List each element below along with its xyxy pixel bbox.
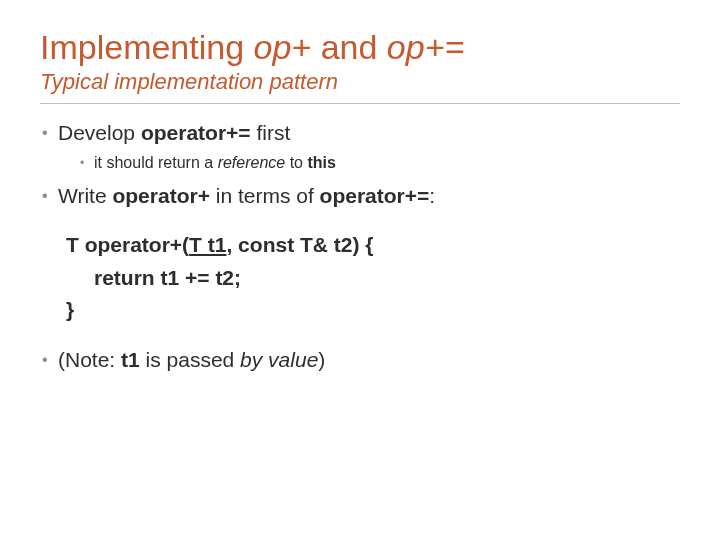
bullet-list-2: (Note: t1 is passed by value) <box>40 345 680 375</box>
b2-bold1: operator+ <box>112 184 209 207</box>
b2-bold2: operator+= <box>320 184 430 207</box>
sub-bullet-list-1: it should return a reference to this <box>80 152 680 174</box>
code-line-2: return t1 += t2; <box>66 262 680 295</box>
code-l1-post: , const T& t2) { <box>226 233 373 256</box>
b1-bold: operator+= <box>141 121 251 144</box>
b1a-pre: it should return a <box>94 154 218 171</box>
slide: Implementing op+ and op+= Typical implem… <box>0 0 720 540</box>
bullet-2: Write operator+ in terms of operator+=: <box>40 181 680 211</box>
b1-post: first <box>251 121 291 144</box>
code-line-3: } <box>66 294 680 327</box>
bullet-1: Develop operator+= first it should retur… <box>40 118 680 175</box>
b2-post: : <box>429 184 435 207</box>
b1-pre: Develop <box>58 121 141 144</box>
title-text-mid: and <box>311 28 387 66</box>
divider <box>40 103 680 104</box>
bullet-3: (Note: t1 is passed by value) <box>40 345 680 375</box>
slide-title: Implementing op+ and op+= <box>40 28 680 67</box>
code-line-1: T operator+(T t1, const T& t2) { <box>66 229 680 262</box>
b1a-mid: to <box>285 154 307 171</box>
b2-pre: Write <box>58 184 112 207</box>
b3-bold: t1 <box>121 348 140 371</box>
b3-post: ) <box>318 348 325 371</box>
b3-mid: is passed <box>140 348 240 371</box>
b3-italic: by value <box>240 348 318 371</box>
title-text-pre: Implementing <box>40 28 254 66</box>
code-l1-pre: T operator+( <box>66 233 189 256</box>
title-em2: op+= <box>387 28 465 66</box>
code-block: T operator+(T t1, const T& t2) { return … <box>66 229 680 327</box>
slide-subtitle: Typical implementation pattern <box>40 69 680 95</box>
b2-mid: in terms of <box>210 184 320 207</box>
b3-pre: (Note: <box>58 348 121 371</box>
b1a-italic: reference <box>218 154 286 171</box>
b1a-bold: this <box>307 154 335 171</box>
bullet-list: Develop operator+= first it should retur… <box>40 118 680 211</box>
title-em1: op+ <box>254 28 312 66</box>
code-l1-underline: T t1 <box>189 233 226 256</box>
bullet-1a: it should return a reference to this <box>80 152 680 174</box>
